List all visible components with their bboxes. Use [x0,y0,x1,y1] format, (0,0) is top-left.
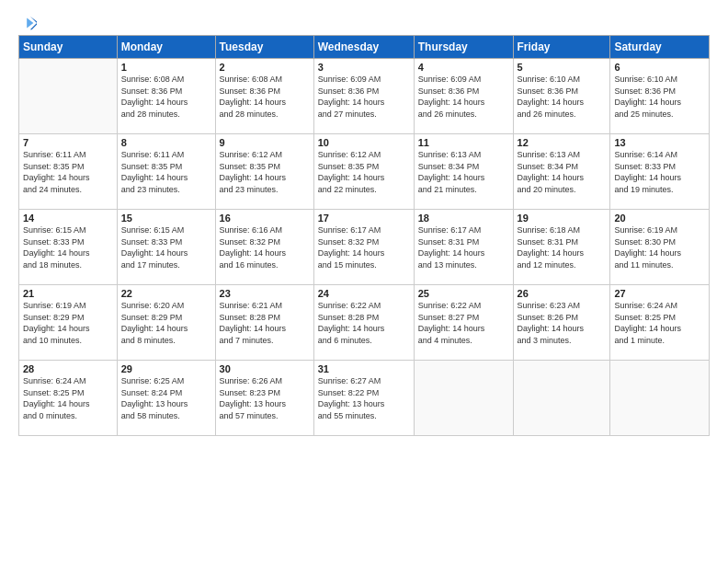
calendar-week-4: 28Sunrise: 6:24 AM Sunset: 8:25 PM Dayli… [19,361,710,436]
day-info: Sunrise: 6:19 AM Sunset: 8:30 PM Dayligh… [614,224,705,270]
day-info: Sunrise: 6:09 AM Sunset: 8:36 PM Dayligh… [318,74,410,120]
day-info: Sunrise: 6:12 AM Sunset: 8:35 PM Dayligh… [318,149,410,195]
calendar-cell: 18Sunrise: 6:17 AM Sunset: 8:31 PM Dayli… [414,210,513,285]
day-number: 4 [418,62,509,73]
calendar-cell: 5Sunrise: 6:10 AM Sunset: 8:36 PM Daylig… [513,59,610,134]
calendar-cell: 15Sunrise: 6:15 AM Sunset: 8:33 PM Dayli… [117,210,215,285]
day-number: 27 [614,288,705,299]
calendar-cell: 6Sunrise: 6:10 AM Sunset: 8:36 PM Daylig… [610,59,710,134]
day-number: 13 [614,137,705,148]
day-info: Sunrise: 6:23 AM Sunset: 8:26 PM Dayligh… [518,300,607,346]
calendar-cell: 25Sunrise: 6:22 AM Sunset: 8:27 PM Dayli… [414,285,513,361]
day-number: 21 [23,288,113,299]
calendar-cell: 14Sunrise: 6:15 AM Sunset: 8:33 PM Dayli… [19,210,118,285]
day-info: Sunrise: 6:08 AM Sunset: 8:36 PM Dayligh… [121,74,211,120]
day-info: Sunrise: 6:20 AM Sunset: 8:29 PM Dayligh… [121,300,211,346]
header-thursday: Thursday [414,36,513,59]
calendar-cell: 4Sunrise: 6:09 AM Sunset: 8:36 PM Daylig… [414,59,513,134]
day-number: 11 [418,137,509,148]
calendar-cell: 20Sunrise: 6:19 AM Sunset: 8:30 PM Dayli… [610,210,710,285]
day-number: 15 [121,213,211,224]
day-info: Sunrise: 6:18 AM Sunset: 8:31 PM Dayligh… [518,224,607,270]
day-number: 3 [318,62,410,73]
day-number: 16 [220,213,310,224]
calendar-cell: 31Sunrise: 6:27 AM Sunset: 8:22 PM Dayli… [313,361,414,436]
day-number: 25 [418,288,509,299]
day-number: 18 [418,213,509,224]
day-info: Sunrise: 6:10 AM Sunset: 8:36 PM Dayligh… [614,74,705,120]
calendar-cell: 29Sunrise: 6:25 AM Sunset: 8:24 PM Dayli… [117,361,215,436]
day-number: 1 [121,62,211,73]
day-number: 26 [518,288,607,299]
calendar-cell: 1Sunrise: 6:08 AM Sunset: 8:36 PM Daylig… [117,59,215,134]
day-info: Sunrise: 6:12 AM Sunset: 8:35 PM Dayligh… [220,149,310,195]
calendar-cell: 2Sunrise: 6:08 AM Sunset: 8:36 PM Daylig… [215,59,313,134]
header-saturday: Saturday [610,36,710,59]
day-number: 7 [23,137,113,148]
calendar-week-3: 21Sunrise: 6:19 AM Sunset: 8:29 PM Dayli… [19,285,710,361]
day-number: 20 [614,213,705,224]
day-number: 10 [318,137,410,148]
calendar-cell: 8Sunrise: 6:11 AM Sunset: 8:35 PM Daylig… [117,134,215,210]
calendar-cell: 30Sunrise: 6:26 AM Sunset: 8:23 PM Dayli… [215,361,313,436]
logo-icon [20,15,37,31]
day-info: Sunrise: 6:13 AM Sunset: 8:34 PM Dayligh… [418,149,509,195]
day-number: 9 [220,137,310,148]
day-info: Sunrise: 6:17 AM Sunset: 8:32 PM Dayligh… [318,224,410,270]
day-info: Sunrise: 6:24 AM Sunset: 8:25 PM Dayligh… [614,300,705,346]
calendar-week-2: 14Sunrise: 6:15 AM Sunset: 8:33 PM Dayli… [19,210,710,285]
day-number: 14 [23,213,113,224]
header-sunday: Sunday [19,36,118,59]
day-info: Sunrise: 6:14 AM Sunset: 8:33 PM Dayligh… [614,149,705,195]
day-number: 2 [220,62,310,73]
calendar-cell: 19Sunrise: 6:18 AM Sunset: 8:31 PM Dayli… [513,210,610,285]
calendar-cell [414,361,513,436]
day-info: Sunrise: 6:15 AM Sunset: 8:33 PM Dayligh… [23,224,113,270]
calendar-week-0: 1Sunrise: 6:08 AM Sunset: 8:36 PM Daylig… [19,59,710,134]
day-info: Sunrise: 6:22 AM Sunset: 8:27 PM Dayligh… [418,300,509,346]
calendar-cell: 16Sunrise: 6:16 AM Sunset: 8:32 PM Dayli… [215,210,313,285]
day-info: Sunrise: 6:09 AM Sunset: 8:36 PM Dayligh… [418,74,509,120]
day-number: 5 [518,62,607,73]
day-number: 23 [220,288,310,299]
day-info: Sunrise: 6:10 AM Sunset: 8:36 PM Dayligh… [518,74,607,120]
day-info: Sunrise: 6:08 AM Sunset: 8:36 PM Dayligh… [220,74,310,120]
day-number: 28 [23,363,113,374]
day-number: 12 [518,137,607,148]
calendar-cell [513,361,610,436]
day-info: Sunrise: 6:25 AM Sunset: 8:24 PM Dayligh… [121,375,211,421]
calendar-cell: 27Sunrise: 6:24 AM Sunset: 8:25 PM Dayli… [610,285,710,361]
calendar-cell: 3Sunrise: 6:09 AM Sunset: 8:36 PM Daylig… [313,59,414,134]
calendar-cell: 13Sunrise: 6:14 AM Sunset: 8:33 PM Dayli… [610,134,710,210]
calendar-cell [610,361,710,436]
day-number: 31 [318,363,410,374]
day-info: Sunrise: 6:21 AM Sunset: 8:28 PM Dayligh… [220,300,310,346]
day-info: Sunrise: 6:13 AM Sunset: 8:34 PM Dayligh… [518,149,607,195]
calendar-cell: 22Sunrise: 6:20 AM Sunset: 8:29 PM Dayli… [117,285,215,361]
calendar-cell: 28Sunrise: 6:24 AM Sunset: 8:25 PM Dayli… [19,361,118,436]
day-number: 6 [614,62,705,73]
day-number: 24 [318,288,410,299]
day-info: Sunrise: 6:19 AM Sunset: 8:29 PM Dayligh… [23,300,113,346]
header-tuesday: Tuesday [215,36,313,59]
calendar-cell: 7Sunrise: 6:11 AM Sunset: 8:35 PM Daylig… [19,134,118,210]
day-info: Sunrise: 6:24 AM Sunset: 8:25 PM Dayligh… [23,375,113,421]
day-number: 17 [318,213,410,224]
calendar-cell: 24Sunrise: 6:22 AM Sunset: 8:28 PM Dayli… [313,285,414,361]
day-number: 29 [121,363,211,374]
calendar-cell: 9Sunrise: 6:12 AM Sunset: 8:35 PM Daylig… [215,134,313,210]
calendar-header-row: Sunday Monday Tuesday Wednesday Thursday… [19,36,710,59]
day-info: Sunrise: 6:15 AM Sunset: 8:33 PM Dayligh… [121,224,211,270]
day-info: Sunrise: 6:11 AM Sunset: 8:35 PM Dayligh… [121,149,211,195]
day-info: Sunrise: 6:26 AM Sunset: 8:23 PM Dayligh… [220,375,310,421]
day-info: Sunrise: 6:17 AM Sunset: 8:31 PM Dayligh… [418,224,509,270]
day-number: 8 [121,137,211,148]
day-number: 22 [121,288,211,299]
header-wednesday: Wednesday [313,36,414,59]
day-info: Sunrise: 6:27 AM Sunset: 8:22 PM Dayligh… [318,375,410,421]
day-info: Sunrise: 6:22 AM Sunset: 8:28 PM Dayligh… [318,300,410,346]
calendar-cell: 23Sunrise: 6:21 AM Sunset: 8:28 PM Dayli… [215,285,313,361]
day-number: 30 [220,363,310,374]
calendar-cell: 21Sunrise: 6:19 AM Sunset: 8:29 PM Dayli… [19,285,118,361]
calendar-cell: 12Sunrise: 6:13 AM Sunset: 8:34 PM Dayli… [513,134,610,210]
